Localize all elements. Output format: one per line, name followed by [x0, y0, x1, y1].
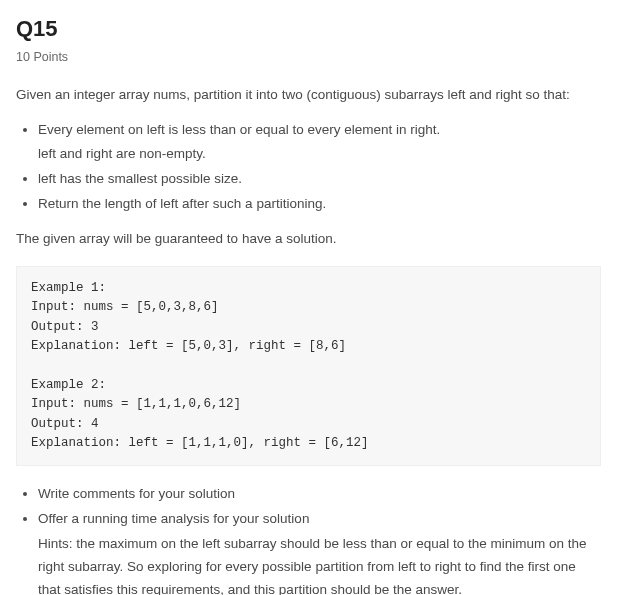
list-item: Offer a running time analysis for your s… [38, 509, 601, 595]
list-item: Every element on left is less than or eq… [38, 120, 601, 165]
task-text: Write comments for your solution [38, 486, 235, 501]
list-item: Write comments for your solution [38, 484, 601, 505]
requirements-list: Every element on left is less than or eq… [16, 120, 601, 215]
question-points: 10 Points [16, 48, 601, 67]
tasks-list: Write comments for your solution Offer a… [16, 484, 601, 595]
question-prompt: Given an integer array nums, partition i… [16, 85, 601, 106]
examples-code-block: Example 1: Input: nums = [5,0,3,8,6] Out… [16, 266, 601, 466]
task-text: Offer a running time analysis for your s… [38, 511, 309, 526]
task-hints: Hints: the maximum on the left subarray … [38, 533, 601, 595]
bullet-text: Return the length of left after such a p… [38, 196, 326, 211]
question-id: Q15 [16, 12, 601, 46]
list-item: Return the length of left after such a p… [38, 194, 601, 215]
bullet-subtext: left and right are non-empty. [38, 144, 601, 165]
guarantee-text: The given array will be guaranteed to ha… [16, 229, 601, 250]
bullet-text: Every element on left is less than or eq… [38, 122, 440, 137]
bullet-text: left has the smallest possible size. [38, 171, 242, 186]
list-item: left has the smallest possible size. [38, 169, 601, 190]
